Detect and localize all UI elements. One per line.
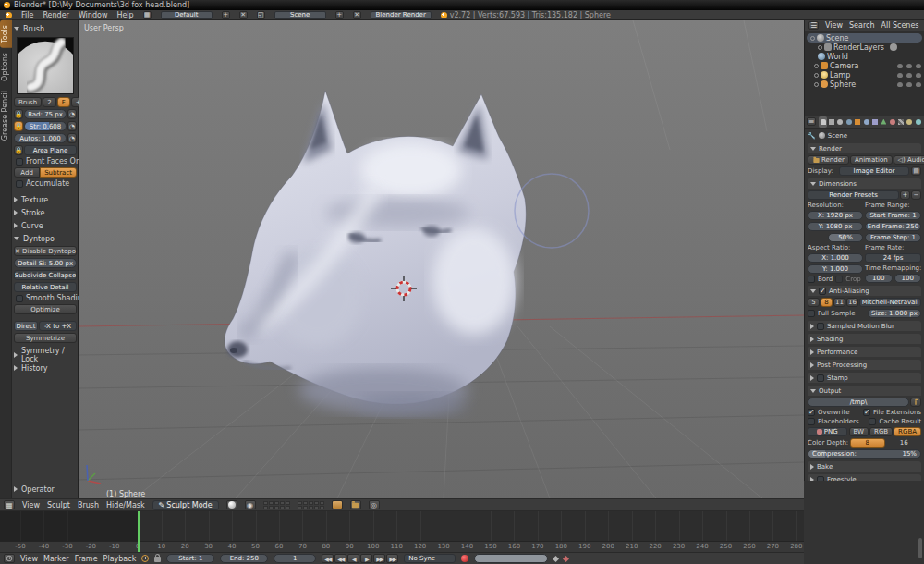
brush-preview[interactable] (17, 37, 74, 94)
aspect-y-field[interactable]: Y: 1.000 (808, 264, 863, 274)
aa-samples-8[interactable]: 8 (821, 298, 833, 307)
sync-select[interactable]: No Sync (404, 554, 456, 563)
history-panel-header[interactable]: History (14, 362, 77, 374)
preset-remove-button[interactable]: − (911, 190, 921, 200)
outliner-item-sphere[interactable]: Sphere (805, 80, 924, 89)
browse-folder-icon[interactable] (910, 398, 921, 407)
timeline[interactable]: -50-40-30-20-100102030405060708090100110… (0, 511, 804, 564)
smooth-shading-checkbox[interactable] (16, 295, 23, 302)
delete-key-icon[interactable] (563, 555, 569, 561)
current-frame-field[interactable]: 1 (274, 554, 316, 563)
strength-slider[interactable]: Str: 0.608 (24, 121, 67, 131)
tab-material[interactable] (889, 116, 896, 128)
brush-panel-header[interactable]: Brush (14, 23, 77, 34)
frame-start-field[interactable]: Start: 1 (166, 554, 214, 563)
preset-add-button[interactable]: + (900, 190, 910, 200)
menu-render[interactable]: Render (43, 11, 68, 19)
scene-add-button[interactable]: + (335, 11, 344, 19)
expand-icon[interactable] (814, 64, 819, 68)
opengl-render-icon[interactable]: ◎ (369, 500, 380, 509)
symmetry-lock-panel-header[interactable]: Symmetry / Lock (14, 349, 77, 361)
preview-range-icon[interactable] (141, 555, 149, 562)
add-mode-button[interactable]: Add (14, 167, 40, 178)
properties-editor-icon[interactable]: ≡ (807, 117, 816, 126)
sampled-motion-blur-header[interactable]: Sampled Motion Blur (808, 321, 921, 331)
outliner-filter-select[interactable]: All Scenes (881, 21, 918, 30)
outliner-view-menu[interactable]: View (825, 21, 843, 30)
tab-constraints[interactable] (862, 116, 869, 128)
symmetrize-direction-select[interactable]: -X to +X (39, 321, 77, 331)
file-extensions-checkbox[interactable] (863, 409, 870, 416)
shading-panel-header[interactable]: Shading (808, 334, 921, 344)
aa-filter-select[interactable]: Mitchell-Netravali (859, 298, 921, 307)
full-sample-checkbox[interactable] (808, 310, 815, 317)
resolution-percentage-slider[interactable]: 50% (828, 233, 863, 242)
accumulate-checkbox[interactable] (16, 180, 23, 188)
depth-8-button[interactable]: 8 (850, 438, 885, 448)
border-checkbox[interactable] (808, 276, 815, 283)
timeline-editor-icon[interactable] (4, 554, 15, 563)
detail-mode-select[interactable]: Relative Detail (14, 282, 77, 292)
remap-old-field[interactable]: 100 (865, 274, 893, 283)
record-button[interactable] (461, 555, 468, 562)
antialiasing-checkbox[interactable] (819, 288, 826, 295)
timeline-frame-menu[interactable]: Frame (75, 555, 98, 563)
stroke-panel-header[interactable]: Stroke (14, 207, 77, 218)
overwrite-checkbox[interactable] (808, 409, 815, 416)
timeline-view-menu[interactable]: View (20, 555, 38, 563)
crop-checkbox[interactable] (835, 276, 843, 283)
stamp-panel-header[interactable]: Stamp (808, 373, 921, 383)
aa-samples-11[interactable]: 11 (833, 298, 845, 307)
rgba-button[interactable]: RGBA (894, 427, 921, 436)
prev-keyframe-button[interactable]: ◀◀ (334, 554, 346, 563)
tab-data[interactable] (880, 116, 887, 128)
strength-unified-icon[interactable]: 🔒 (14, 121, 23, 131)
stamp-checkbox[interactable] (817, 374, 824, 382)
aa-samples-16[interactable]: 16 (846, 298, 858, 307)
depth-16-button[interactable]: 16 (887, 438, 922, 448)
view-menu[interactable]: View (22, 501, 40, 509)
bw-button[interactable]: BW (849, 427, 869, 436)
end-frame-field[interactable]: End Frame: 250 (865, 222, 921, 231)
insert-key-icon[interactable] (553, 555, 559, 561)
output-path-field[interactable]: /tmp\ (808, 398, 909, 407)
placeholders-checkbox[interactable] (808, 418, 815, 425)
curve-panel-header[interactable]: Curve (14, 220, 77, 231)
subtract-mode-button[interactable]: Subtract (40, 167, 77, 178)
blender-menu-icon[interactable] (6, 12, 12, 18)
fake-user-button[interactable]: F (57, 97, 70, 107)
tab-render-layers[interactable] (828, 116, 835, 128)
screen-layout-select[interactable]: Default (161, 11, 213, 19)
matcap-icon[interactable] (332, 500, 343, 509)
tab-options[interactable]: Options (0, 48, 12, 86)
jump-start-button[interactable]: ◀◀ (322, 554, 334, 563)
file-format-select[interactable]: PNG (808, 427, 847, 436)
menu-file[interactable]: File (21, 11, 33, 19)
brush-datablock-name[interactable]: Brush (14, 97, 42, 107)
detail-method-select[interactable]: Subdivide Collapse (14, 270, 77, 280)
lock-icon[interactable] (154, 557, 161, 562)
timeline-ruler[interactable]: -50-40-30-20-100102030405060708090100110… (0, 541, 804, 552)
frame-step-field[interactable]: Frame Step: 1 (865, 233, 921, 242)
optimize-button[interactable]: Optimize (14, 304, 77, 314)
render-button[interactable]: Render (808, 155, 849, 165)
tab-object[interactable] (854, 116, 861, 128)
display-select[interactable]: Image Editor (839, 166, 909, 176)
layout-delete-button[interactable]: ✕ (239, 11, 248, 19)
play-reverse-button[interactable]: ◀ (347, 554, 359, 563)
scene-select[interactable]: Scene (274, 11, 326, 19)
viewport-shading-icon[interactable] (226, 500, 237, 509)
outliner-item-lamp[interactable]: Lamp (805, 70, 924, 80)
resolution-y-field[interactable]: Y: 1080 px (808, 222, 863, 231)
tab-tools[interactable]: Tools (0, 20, 12, 48)
expand-icon[interactable] (814, 73, 819, 78)
antialiasing-panel-header[interactable]: Anti-Aliasing (808, 286, 921, 296)
outliner-editor-icon[interactable]: ☰ (808, 21, 819, 30)
animation-button[interactable]: Animation (850, 155, 893, 165)
sculpt-plane-select[interactable]: Area Plane (24, 145, 77, 155)
operator-panel-header[interactable]: Operator (14, 484, 77, 495)
render-engine-select[interactable]: Blender Render (371, 11, 432, 19)
dimensions-panel-header[interactable]: Dimensions (808, 178, 921, 189)
rgb-button[interactable]: RGB (869, 427, 893, 436)
timeline-marker-menu[interactable]: Marker (43, 555, 69, 563)
